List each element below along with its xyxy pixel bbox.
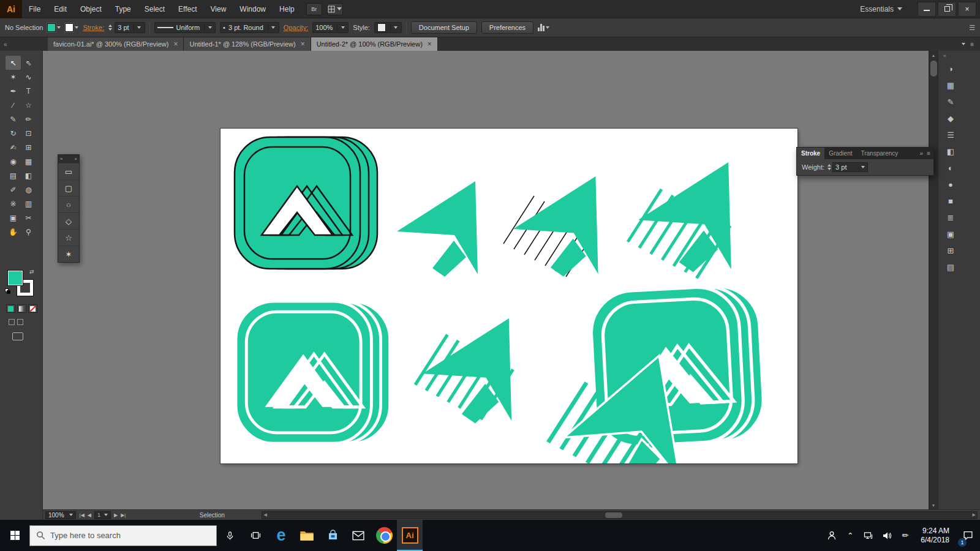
volume-button[interactable] <box>878 520 896 551</box>
taskbar-chrome-button[interactable] <box>371 520 397 551</box>
draw-behind-icon[interactable] <box>17 319 23 325</box>
last-artboard-icon[interactable]: ▶| <box>121 512 126 518</box>
artboards-panel-icon[interactable]: ▣ <box>942 226 959 242</box>
taskbar-search-box[interactable] <box>29 525 217 546</box>
artwork-cursor-arrow-teal-hatch-2[interactable] <box>415 318 513 424</box>
stroke-weight-stepper[interactable] <box>108 24 112 31</box>
preferences-button[interactable]: Preferences <box>481 21 533 34</box>
graphic-styles-panel-icon[interactable]: ■ <box>942 193 959 209</box>
vertical-scrollbar[interactable]: ▲ ▼ <box>929 51 938 509</box>
chevron-down-icon[interactable] <box>204 23 213 32</box>
stepper-up-icon[interactable] <box>108 24 112 27</box>
pencil-tool[interactable]: ✏ <box>21 112 36 126</box>
weight-stepper[interactable] <box>827 164 831 170</box>
panel-detach-icon[interactable]: » <box>60 156 62 162</box>
stroke-panel-link[interactable]: Stroke: <box>83 24 104 31</box>
menu-type[interactable]: Type <box>108 0 138 18</box>
taskbar-store-button[interactable] <box>320 520 345 551</box>
rounded-rectangle-tool[interactable]: ▢ <box>58 179 79 196</box>
chevron-down-icon[interactable] <box>268 23 276 32</box>
stroke-color-picker[interactable] <box>65 23 78 32</box>
symbols-panel-icon[interactable]: ◆ <box>942 110 959 127</box>
selection-tool[interactable]: ↖ <box>6 56 21 70</box>
align-options[interactable] <box>538 24 549 31</box>
pen-tool[interactable]: ✒ <box>6 84 21 98</box>
fill-swatch[interactable] <box>47 23 56 32</box>
blend-tool[interactable]: ◍ <box>21 182 36 197</box>
action-center-button[interactable]: 1 <box>956 520 980 551</box>
artboard-number-combo[interactable]: 1 <box>94 511 111 519</box>
column-graph-tool[interactable]: ▥ <box>21 197 36 211</box>
network-status-button[interactable] <box>859 520 878 551</box>
taskbar-illustrator-button[interactable]: Ai <box>397 520 423 551</box>
tab-favicon-01[interactable]: favicon-01.ai* @ 300% (RGB/Preview) × <box>48 37 184 51</box>
gradient-panel-tab[interactable]: Gradient <box>824 148 856 159</box>
first-artboard-icon[interactable]: |◀ <box>80 512 85 518</box>
direct-selection-tool[interactable]: ⇖ <box>21 56 36 70</box>
transparency-panel-icon[interactable]: ◐ <box>942 160 959 176</box>
tab-close-icon[interactable]: × <box>173 40 178 48</box>
slice-tool[interactable]: ✂ <box>21 211 36 225</box>
panel-collapse-icon[interactable]: » <box>920 150 924 157</box>
toolbar-collapse-icon[interactable]: « <box>4 41 7 48</box>
pasteboard[interactable]: » × ▭▢○◇☆✶ StrokeGradientTransparency » … <box>43 51 929 509</box>
taskbar-mail-button[interactable] <box>345 520 371 551</box>
windows-ink-button[interactable]: ✏ <box>896 520 914 551</box>
perspective-grid-tool[interactable]: ▦ <box>21 154 36 168</box>
rotate-tool[interactable]: ↻ <box>6 126 21 140</box>
swatches-panel-icon[interactable]: ▦ <box>942 77 959 94</box>
previous-artboard-icon[interactable]: ◀ <box>88 512 91 518</box>
width-tool[interactable]: ✍ <box>6 140 21 154</box>
star-tool[interactable]: ☆ <box>58 229 79 246</box>
symbol-sprayer-tool[interactable]: ※ <box>6 197 21 211</box>
weight-combo[interactable]: 3 pt <box>832 162 868 172</box>
gradient-tool[interactable]: ◧ <box>21 168 36 182</box>
lasso-tool[interactable]: ∿ <box>21 70 36 84</box>
stroke-panel-icon[interactable]: ☰ <box>942 127 959 143</box>
scroll-down-icon[interactable]: ▼ <box>929 501 938 509</box>
horizontal-scroll-thumb[interactable] <box>605 512 622 518</box>
taskbar-file-explorer-button[interactable] <box>294 520 320 551</box>
zoom-level-combo[interactable]: 100% <box>45 511 76 519</box>
menu-edit[interactable]: Edit <box>47 0 74 18</box>
menu-view[interactable]: View <box>204 0 233 18</box>
go-to-bridge-icon[interactable]: Br <box>306 3 322 15</box>
fill-color-well[interactable] <box>7 270 23 286</box>
restore-button[interactable] <box>938 2 956 17</box>
scroll-up-icon[interactable]: ▲ <box>929 51 938 59</box>
eyedropper-tool[interactable]: ✐ <box>6 182 21 197</box>
mesh-tool[interactable]: ▤ <box>6 168 21 182</box>
task-view-button[interactable] <box>243 520 268 551</box>
artboard-tool[interactable]: ▣ <box>6 211 21 225</box>
tab-untitled-2[interactable]: Untitled-2* @ 100% (RGB/Preview) × <box>311 37 438 51</box>
brush-definition-combo[interactable]: • 3 pt. Round <box>220 22 279 33</box>
chevron-down-icon[interactable] <box>134 23 142 32</box>
line-segment-tool[interactable]: ∕ <box>6 98 21 112</box>
drawing-modes[interactable] <box>9 319 23 325</box>
taskbar-clock[interactable]: 9:24 AM 6/4/2018 <box>914 527 956 545</box>
shape-tool[interactable]: ☆ <box>21 98 36 112</box>
menu-select[interactable]: Select <box>138 0 172 18</box>
menu-window[interactable]: Window <box>233 0 273 18</box>
libraries-panel-icon[interactable]: ▤ <box>942 259 959 276</box>
stroke-weight-combo[interactable]: 3 pt <box>115 22 145 33</box>
color-mode-button[interactable] <box>6 304 15 313</box>
fill-color-picker[interactable] <box>47 23 61 32</box>
tab-close-icon[interactable]: × <box>428 40 432 48</box>
artwork-app-icon-white[interactable] <box>236 301 390 443</box>
opacity-panel-link[interactable]: Opacity: <box>284 24 308 31</box>
transparency-panel-tab[interactable]: Transparency <box>856 148 902 159</box>
type-tool[interactable]: T <box>21 84 36 98</box>
vertical-scroll-thumb[interactable] <box>930 61 937 77</box>
opacity-combo[interactable]: 100% <box>312 22 349 33</box>
menu-object[interactable]: Object <box>74 0 108 18</box>
chevron-down-icon[interactable] <box>962 43 965 45</box>
menu-effect[interactable]: Effect <box>172 0 203 18</box>
artboard[interactable] <box>221 129 797 463</box>
control-panel-menu-icon[interactable]: ☰ <box>969 24 975 32</box>
free-transform-tool[interactable]: ⊞ <box>21 140 36 154</box>
appearance-panel-icon[interactable]: ● <box>942 176 959 193</box>
rectangle-tool[interactable]: ▭ <box>58 163 79 179</box>
paintbrush-tool[interactable]: ✎ <box>6 112 21 126</box>
artwork-cursor-arrow-black-hatch[interactable] <box>503 176 598 277</box>
